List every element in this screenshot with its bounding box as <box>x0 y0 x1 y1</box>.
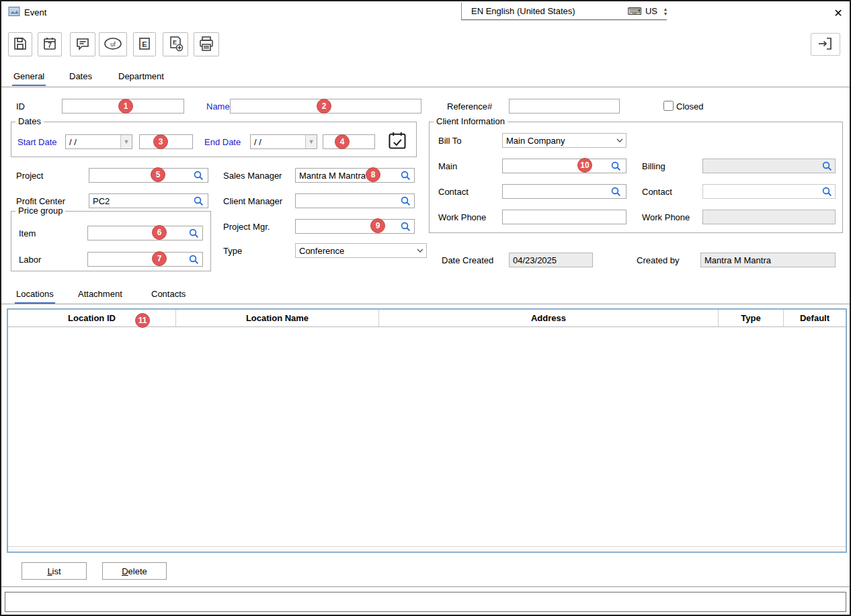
tabs-divider <box>1 87 850 87</box>
client-manager-label: Client Manager <box>223 196 282 207</box>
item-input[interactable] <box>87 226 203 240</box>
tab-locations[interactable]: Locations <box>15 286 55 304</box>
tab-department[interactable]: Department <box>117 69 165 86</box>
column-header-default[interactable]: Default <box>784 310 846 326</box>
main-input[interactable] <box>502 159 626 173</box>
tab-general[interactable]: General <box>12 69 46 86</box>
sales-manager-input[interactable] <box>295 168 415 183</box>
search-icon[interactable] <box>194 196 204 207</box>
delete-button[interactable]: Delete <box>102 562 167 580</box>
project-mgr-input[interactable] <box>295 219 415 234</box>
preview-button[interactable]: uf <box>99 32 127 56</box>
event-e-button[interactable]: E <box>133 32 156 56</box>
start-date-combo[interactable]: / / ▼ <box>65 134 132 149</box>
project-label: Project <box>16 171 43 181</box>
exit-button[interactable] <box>811 33 840 56</box>
bill-to-select[interactable]: Main Company <box>502 133 626 148</box>
status-divider <box>1 586 850 587</box>
callout-7: 7 <box>152 251 167 266</box>
billing-input[interactable] <box>702 159 836 173</box>
client-info-legend: Client Information <box>434 116 508 126</box>
language-bar[interactable]: EN English (United States) ⌨ US ▴ ▾ <box>461 3 667 20</box>
dropdown-arrow-icon[interactable]: ▼ <box>305 135 317 148</box>
search-icon[interactable] <box>401 196 411 207</box>
tab-dates[interactable]: Dates <box>68 69 93 86</box>
bill-to-label: Bill To <box>438 136 461 146</box>
type-select[interactable]: Conference <box>295 243 427 258</box>
tab-attachment[interactable]: Attachment <box>77 286 124 304</box>
print-button[interactable] <box>194 32 219 56</box>
close-button[interactable]: ✕ <box>831 5 846 20</box>
spin-down-icon[interactable]: ▾ <box>664 11 667 16</box>
reference-input[interactable] <box>509 99 620 114</box>
search-icon[interactable] <box>194 171 204 181</box>
type-label: Type <box>223 246 242 257</box>
item-label: Item <box>19 228 36 239</box>
save-button[interactable] <box>8 32 32 56</box>
printer-icon <box>198 35 215 54</box>
search-icon[interactable] <box>822 161 833 172</box>
start-date-value: / / <box>66 137 120 147</box>
svg-text:E: E <box>173 39 177 46</box>
contact-right-input[interactable] <box>702 184 836 199</box>
start-date-label: Start Date <box>17 137 57 148</box>
project-mgr-label: Project Mgr. <box>223 222 270 232</box>
column-header-address[interactable]: Address <box>379 310 719 326</box>
callout-6: 6 <box>152 225 167 240</box>
chevron-down-icon[interactable] <box>414 249 426 253</box>
search-icon[interactable] <box>401 171 411 181</box>
client-manager-input[interactable] <box>295 193 415 208</box>
callout-1: 1 <box>118 99 133 114</box>
save-icon <box>12 36 28 54</box>
search-icon[interactable] <box>401 222 411 232</box>
labor-input[interactable] <box>87 252 203 267</box>
language-label[interactable]: EN English (United States) <box>471 6 575 16</box>
end-date-combo[interactable]: / / ▼ <box>250 134 317 149</box>
billing-label: Billing <box>642 161 665 172</box>
column-header-location-name[interactable]: Location Name <box>176 310 379 326</box>
grid-scrollbar[interactable] <box>8 546 846 552</box>
reference-label: Reference# <box>447 101 492 112</box>
svg-text:7: 7 <box>48 42 52 49</box>
search-icon[interactable] <box>611 187 622 197</box>
search-icon[interactable] <box>189 228 200 239</box>
keyboard-layout-label[interactable]: US <box>645 6 657 16</box>
column-header-location-id[interactable]: Location ID <box>8 310 176 326</box>
add-event-icon: E <box>167 35 184 54</box>
comment-button[interactable] <box>70 32 95 56</box>
search-icon[interactable] <box>189 255 200 265</box>
event-window: Event EN English (United States) ⌨ US ▴ … <box>0 0 851 616</box>
grid-header-row: Location ID Location Name Address Type D… <box>8 310 846 327</box>
profit-center-input[interactable] <box>89 193 208 208</box>
contact-left-label: Contact <box>438 187 469 197</box>
date-created-input <box>509 253 593 267</box>
bill-to-value: Main Company <box>503 136 614 146</box>
calendar-check-button[interactable] <box>387 130 407 152</box>
project-input[interactable] <box>89 168 208 183</box>
tab-contacts[interactable]: Contacts <box>150 286 187 304</box>
search-icon[interactable] <box>822 187 833 197</box>
closed-label: Closed <box>676 101 703 112</box>
contact-right-label: Contact <box>642 187 672 197</box>
column-header-type[interactable]: Type <box>719 310 784 326</box>
calendar-button[interactable]: 7 <box>38 32 62 56</box>
dropdown-arrow-icon[interactable]: ▼ <box>120 135 132 148</box>
callout-5: 5 <box>151 167 165 182</box>
new-event-button[interactable]: E <box>163 32 188 56</box>
callout-3: 3 <box>153 134 168 149</box>
work-phone-left-input[interactable] <box>502 210 626 224</box>
language-spinner[interactable]: ▴ ▾ <box>664 7 667 16</box>
locations-grid: Location ID Location Name Address Type D… <box>7 308 847 553</box>
chevron-down-icon[interactable] <box>614 138 626 142</box>
keyboard-icon: ⌨ <box>627 5 642 17</box>
search-icon[interactable] <box>611 161 622 172</box>
exit-icon <box>817 36 834 54</box>
app-icon <box>8 6 20 19</box>
type-value: Conference <box>296 246 414 256</box>
list-button[interactable]: List <box>22 562 87 580</box>
contact-left-input[interactable] <box>502 184 626 199</box>
dates-group-legend: Dates <box>15 116 44 126</box>
work-phone-right-input[interactable] <box>702 210 836 224</box>
comment-icon <box>75 36 91 54</box>
closed-checkbox[interactable] <box>663 101 674 111</box>
